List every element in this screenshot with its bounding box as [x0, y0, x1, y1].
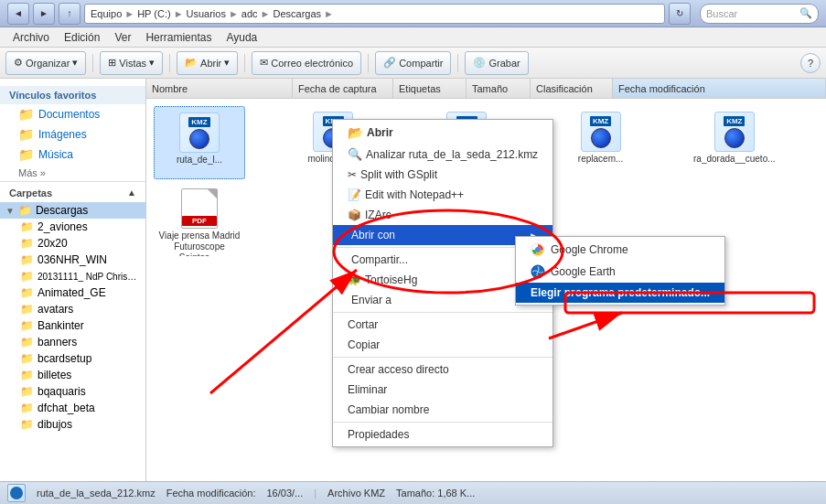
up-button[interactable]: ↑: [59, 3, 80, 25]
menu-bar: Archivo Edición Ver Herramientas Ayuda: [0, 27, 826, 48]
cm-abrir-icon: 📂: [348, 125, 363, 140]
submenu-abrir-con: Google Chrome Google Earth Elegir progra…: [515, 236, 725, 306]
breadcrumb-descargas[interactable]: Descargas: [273, 8, 321, 19]
folder-bankinter[interactable]: 📁 Bankinter: [13, 317, 145, 334]
file-item-ruta[interactable]: KMZ ruta_de_l...: [154, 106, 245, 179]
menu-ver[interactable]: Ver: [107, 29, 138, 46]
refresh-button[interactable]: ↻: [669, 3, 691, 25]
earth-icon: [531, 264, 545, 279]
folder-icon: 📁: [20, 352, 34, 365]
breadcrumb-adc[interactable]: adc: [241, 8, 258, 19]
folder-billetes[interactable]: 📁 billetes: [13, 367, 145, 383]
forward-button[interactable]: ►: [33, 3, 55, 25]
toolbar-compartir[interactable]: 🔗 Compartir: [375, 51, 451, 75]
menu-herramientas[interactable]: Herramientas: [138, 29, 219, 46]
cm-split[interactable]: ✂ Split with GSplit: [333, 165, 552, 185]
sidebar-documentos[interactable]: 📁 Documentos: [0, 104, 145, 124]
folder-avatars[interactable]: 📁 avatars: [13, 301, 145, 317]
folder-20x20[interactable]: 📁 20x20: [13, 235, 145, 252]
file-name: ruta_de_l...: [177, 155, 222, 165]
folder-descargas[interactable]: ▼ 📁 Descargas: [0, 202, 145, 219]
folders-section: Carpetas ▲ ▼ 📁 Descargas 📁 2_aviones 📁: [0, 181, 145, 433]
cm-propiedades[interactable]: Propiedades: [333, 424, 552, 445]
breadcrumb-equipo[interactable]: Equipo: [91, 8, 122, 19]
toolbar-separator-2: [169, 54, 170, 72]
cm-eliminar[interactable]: Eliminar: [333, 380, 552, 400]
search-box[interactable]: Buscar 🔍: [700, 4, 819, 24]
folder-icon: 📁: [20, 270, 34, 283]
breadcrumb-hp[interactable]: HP (C:): [137, 8, 170, 19]
col-clasificacion[interactable]: Clasificación: [531, 79, 613, 98]
submenu-chrome[interactable]: Google Chrome: [516, 239, 724, 261]
folders-title-label: Carpetas: [9, 188, 52, 198]
file-name: replacem...: [578, 154, 623, 164]
folder-banners[interactable]: 📁 banners: [13, 334, 145, 350]
file-item-ra-dorada[interactable]: KMZ ra_dorada__cueto...: [689, 106, 780, 179]
toolbar-help[interactable]: ?: [800, 53, 821, 73]
search-placeholder: Buscar: [706, 8, 737, 19]
col-tamano[interactable]: Tamaño: [467, 79, 531, 98]
toolbar-correo[interactable]: ✉ Correo electrónico: [252, 51, 361, 75]
breadcrumb: Equipo ► HP (C:) ► Usuarios ► adc ► Desc…: [91, 8, 334, 19]
cm-acceso-directo[interactable]: Crear acceso directo: [333, 359, 552, 380]
col-fecha-captura[interactable]: Fecha de captura: [293, 79, 393, 98]
cm-tortoise-icon: 🐢: [348, 273, 361, 286]
sidebar-more[interactable]: Más »: [0, 165, 145, 181]
col-fecha-mod[interactable]: Fecha modificación: [613, 79, 826, 98]
svg-point-1: [535, 247, 541, 252]
folder-icon: 📁: [20, 220, 34, 233]
title-bar: ◄ ► ↑ Equipo ► HP (C:) ► Usuarios ► adc …: [0, 0, 826, 27]
cm-notepad-icon: 📝: [348, 188, 361, 201]
folder-icon: 📁: [20, 418, 34, 431]
toolbar-grabar[interactable]: 💿 Grabar: [465, 51, 528, 75]
address-bar[interactable]: Equipo ► HP (C:) ► Usuarios ► adc ► Desc…: [84, 4, 665, 24]
folder-icon: 📁: [20, 286, 34, 299]
file-icon-container: KMZ: [177, 111, 221, 155]
toolbar-abrir[interactable]: 📂 Abrir ▾: [177, 51, 238, 75]
toolbar-organizar[interactable]: ⚙ Organizar ▾: [5, 51, 86, 75]
submenu-elegir-programa[interactable]: Elegir programa predeterminado...: [516, 283, 724, 303]
file-name: ra_dorada__cueto...: [693, 154, 776, 165]
menu-ayuda[interactable]: Ayuda: [219, 29, 264, 46]
search-icon: 🔍: [799, 7, 812, 19]
folder-dfchat[interactable]: 📁 dfchat_beta: [13, 400, 145, 416]
status-bar: ruta_de_la_seda_212.kmz Fecha modificaci…: [0, 481, 826, 504]
menu-archivo[interactable]: Archivo: [5, 29, 57, 46]
file-item-replacements2[interactable]: KMZ replacem...: [555, 106, 647, 179]
col-etiquetas[interactable]: Etiquetas: [393, 79, 467, 98]
cm-analizar[interactable]: 🔍 Analizar ruta_de_la_seda_212.kmz: [333, 144, 552, 165]
cm-notepad[interactable]: 📝 Edit with Notepad++: [333, 185, 552, 205]
cm-cortar[interactable]: Cortar: [333, 315, 552, 335]
kmz-status-icon: [10, 487, 23, 499]
cm-cambiar-nombre[interactable]: Cambiar nombre: [333, 400, 552, 420]
folder-ndp[interactable]: 📁 20131111_ NdP Christmas Breaks Tu...: [13, 268, 145, 284]
navigation-bar: ◄ ► ↑ Equipo ► HP (C:) ► Usuarios ► adc …: [7, 3, 819, 25]
sidebar-musica[interactable]: 📁 Música: [0, 145, 145, 165]
folders-collapse-arrow[interactable]: ▲: [127, 188, 136, 198]
sidebar-imagenes[interactable]: 📁 Imágenes: [0, 124, 145, 145]
folder-tree: ▼ 📁 Descargas 📁 2_aviones 📁 20x20 📁: [0, 202, 145, 433]
cm-abrir[interactable]: 📂 Abrir: [333, 122, 552, 144]
favorites-title: Vínculos favoritos: [0, 86, 145, 104]
toolbar-separator-3: [244, 54, 245, 72]
submenu-earth[interactable]: Google Earth: [516, 261, 724, 283]
status-type: Archivo KMZ: [327, 488, 385, 499]
toolbar-vistas[interactable]: ⊞ Vistas ▾: [100, 51, 163, 75]
toolbar-separator-1: [92, 54, 93, 72]
folder-icon-documentos: 📁: [18, 107, 34, 122]
folder-dibujos[interactable]: 📁 dibujos: [13, 416, 145, 433]
folder-bcardsetup[interactable]: 📁 bcardsetup: [13, 350, 145, 367]
breadcrumb-usuarios[interactable]: Usuarios: [187, 8, 226, 19]
cm-copiar[interactable]: Copiar: [333, 335, 552, 355]
folder-bqaquaris[interactable]: 📁 bqaquaris: [13, 383, 145, 400]
folder-2aviones[interactable]: 📁 2_aviones: [13, 219, 145, 235]
file-item-viaje[interactable]: PDF Viaje prensa Madrid Futuroscope Sain…: [154, 183, 245, 260]
col-nombre[interactable]: Nombre: [146, 79, 293, 98]
folder-036nhr[interactable]: 📁 036NHR_WIN: [13, 252, 145, 268]
menu-edicion[interactable]: Edición: [57, 29, 107, 46]
status-size: Tamaño: 1,68 K...: [396, 488, 475, 499]
cm-izarc[interactable]: 📦 IZArc: [333, 205, 552, 225]
back-button[interactable]: ◄: [7, 3, 29, 25]
folder-animated[interactable]: 📁 Animated_GE: [13, 284, 145, 301]
cm-split-icon: ✂: [348, 168, 357, 181]
